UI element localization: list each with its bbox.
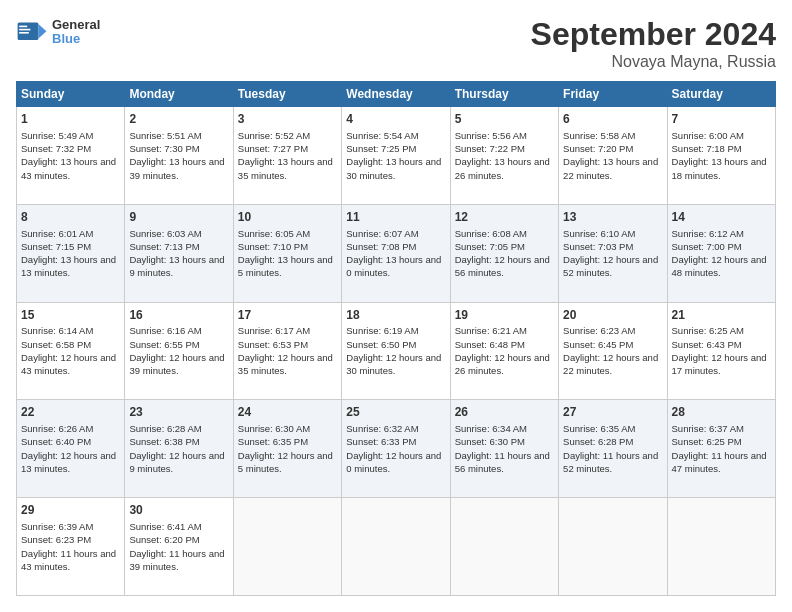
sunset-label: Sunset: 6:25 PM [672,436,742,447]
calendar-cell: 16Sunrise: 6:16 AMSunset: 6:55 PMDayligh… [125,302,233,400]
calendar-cell: 12Sunrise: 6:08 AMSunset: 7:05 PMDayligh… [450,204,558,302]
calendar-cell: 7Sunrise: 6:00 AMSunset: 7:18 PMDaylight… [667,107,775,205]
sunrise-label: Sunrise: 5:49 AM [21,130,93,141]
sunrise-label: Sunrise: 6:12 AM [672,228,744,239]
calendar-cell: 21Sunrise: 6:25 AMSunset: 6:43 PMDayligh… [667,302,775,400]
daylight-label: Daylight: 13 hours and 5 minutes. [238,254,333,278]
sunrise-label: Sunrise: 6:30 AM [238,423,310,434]
day-number: 16 [129,307,228,324]
sunrise-label: Sunrise: 6:05 AM [238,228,310,239]
daylight-label: Daylight: 12 hours and 0 minutes. [346,450,441,474]
sunset-label: Sunset: 6:55 PM [129,339,199,350]
day-number: 29 [21,502,120,519]
calendar-cell: 29Sunrise: 6:39 AMSunset: 6:23 PMDayligh… [17,498,125,596]
calendar-cell: 2Sunrise: 5:51 AMSunset: 7:30 PMDaylight… [125,107,233,205]
calendar-cell: 15Sunrise: 6:14 AMSunset: 6:58 PMDayligh… [17,302,125,400]
day-number: 23 [129,404,228,421]
day-header-wednesday: Wednesday [342,82,450,107]
daylight-label: Daylight: 12 hours and 22 minutes. [563,352,658,376]
daylight-label: Daylight: 13 hours and 18 minutes. [672,156,767,180]
month-title: September 2024 [531,16,776,53]
sunrise-label: Sunrise: 6:37 AM [672,423,744,434]
sunset-label: Sunset: 6:43 PM [672,339,742,350]
sunset-label: Sunset: 6:30 PM [455,436,525,447]
day-number: 1 [21,111,120,128]
day-number: 6 [563,111,662,128]
calendar-cell [342,498,450,596]
daylight-label: Daylight: 12 hours and 5 minutes. [238,450,333,474]
calendar-cell: 10Sunrise: 6:05 AMSunset: 7:10 PMDayligh… [233,204,341,302]
sunset-label: Sunset: 6:45 PM [563,339,633,350]
sunset-label: Sunset: 7:05 PM [455,241,525,252]
daylight-label: Daylight: 12 hours and 9 minutes. [129,450,224,474]
calendar-cell: 4Sunrise: 5:54 AMSunset: 7:25 PMDaylight… [342,107,450,205]
svg-marker-1 [38,24,46,38]
svg-rect-0 [18,22,39,40]
sunrise-label: Sunrise: 6:23 AM [563,325,635,336]
sunset-label: Sunset: 6:38 PM [129,436,199,447]
sunrise-label: Sunrise: 6:41 AM [129,521,201,532]
calendar-cell [450,498,558,596]
daylight-label: Daylight: 13 hours and 30 minutes. [346,156,441,180]
calendar-cell [233,498,341,596]
daylight-label: Daylight: 13 hours and 13 minutes. [21,254,116,278]
sunset-label: Sunset: 7:15 PM [21,241,91,252]
logo-text: General Blue [52,18,100,47]
daylight-label: Daylight: 11 hours and 52 minutes. [563,450,658,474]
calendar-cell [667,498,775,596]
day-number: 11 [346,209,445,226]
sunset-label: Sunset: 7:08 PM [346,241,416,252]
daylight-label: Daylight: 13 hours and 39 minutes. [129,156,224,180]
calendar-cell: 22Sunrise: 6:26 AMSunset: 6:40 PMDayligh… [17,400,125,498]
day-number: 25 [346,404,445,421]
sunset-label: Sunset: 7:10 PM [238,241,308,252]
daylight-label: Daylight: 13 hours and 43 minutes. [21,156,116,180]
day-number: 30 [129,502,228,519]
calendar-cell: 13Sunrise: 6:10 AMSunset: 7:03 PMDayligh… [559,204,667,302]
calendar-cell: 9Sunrise: 6:03 AMSunset: 7:13 PMDaylight… [125,204,233,302]
sunset-label: Sunset: 6:53 PM [238,339,308,350]
sunrise-label: Sunrise: 6:34 AM [455,423,527,434]
calendar-cell: 11Sunrise: 6:07 AMSunset: 7:08 PMDayligh… [342,204,450,302]
day-number: 17 [238,307,337,324]
day-number: 22 [21,404,120,421]
calendar-cell: 20Sunrise: 6:23 AMSunset: 6:45 PMDayligh… [559,302,667,400]
calendar-cell: 27Sunrise: 6:35 AMSunset: 6:28 PMDayligh… [559,400,667,498]
day-number: 9 [129,209,228,226]
sunrise-label: Sunrise: 6:32 AM [346,423,418,434]
sunrise-label: Sunrise: 6:17 AM [238,325,310,336]
sunset-label: Sunset: 7:27 PM [238,143,308,154]
calendar-cell: 28Sunrise: 6:37 AMSunset: 6:25 PMDayligh… [667,400,775,498]
sunset-label: Sunset: 7:32 PM [21,143,91,154]
calendar-cell: 1Sunrise: 5:49 AMSunset: 7:32 PMDaylight… [17,107,125,205]
sunrise-label: Sunrise: 6:28 AM [129,423,201,434]
daylight-label: Daylight: 12 hours and 39 minutes. [129,352,224,376]
daylight-label: Daylight: 11 hours and 43 minutes. [21,548,116,572]
daylight-label: Daylight: 13 hours and 35 minutes. [238,156,333,180]
calendar-cell: 3Sunrise: 5:52 AMSunset: 7:27 PMDaylight… [233,107,341,205]
sunrise-label: Sunrise: 6:14 AM [21,325,93,336]
sunset-label: Sunset: 6:58 PM [21,339,91,350]
day-number: 20 [563,307,662,324]
calendar-cell: 8Sunrise: 6:01 AMSunset: 7:15 PMDaylight… [17,204,125,302]
daylight-label: Daylight: 12 hours and 35 minutes. [238,352,333,376]
day-number: 12 [455,209,554,226]
daylight-label: Daylight: 12 hours and 48 minutes. [672,254,767,278]
sunset-label: Sunset: 6:23 PM [21,534,91,545]
location: Novaya Mayna, Russia [531,53,776,71]
day-number: 26 [455,404,554,421]
calendar-cell: 19Sunrise: 6:21 AMSunset: 6:48 PMDayligh… [450,302,558,400]
day-header-friday: Friday [559,82,667,107]
svg-rect-4 [19,32,29,34]
sunrise-label: Sunrise: 5:58 AM [563,130,635,141]
daylight-label: Daylight: 11 hours and 47 minutes. [672,450,767,474]
day-number: 28 [672,404,771,421]
day-number: 18 [346,307,445,324]
calendar-cell: 30Sunrise: 6:41 AMSunset: 6:20 PMDayligh… [125,498,233,596]
sunset-label: Sunset: 6:20 PM [129,534,199,545]
calendar-cell [559,498,667,596]
daylight-label: Daylight: 13 hours and 9 minutes. [129,254,224,278]
calendar-table: SundayMondayTuesdayWednesdayThursdayFrid… [16,81,776,596]
daylight-label: Daylight: 11 hours and 39 minutes. [129,548,224,572]
sunrise-label: Sunrise: 6:25 AM [672,325,744,336]
